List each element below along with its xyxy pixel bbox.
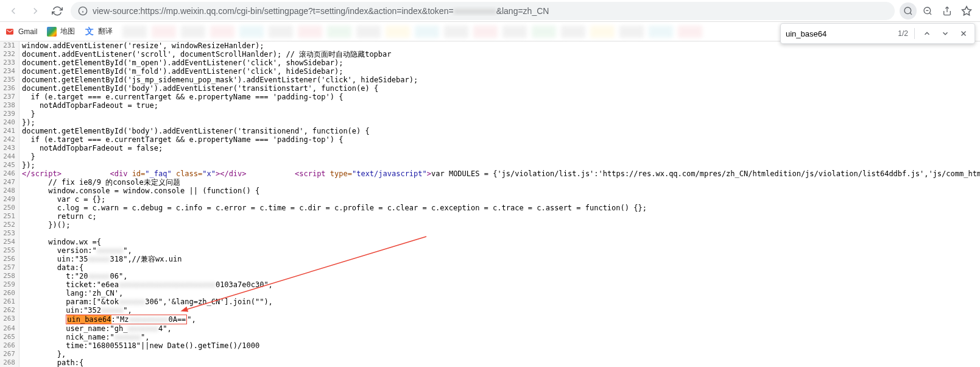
find-next-button[interactable] [939, 27, 951, 40]
line-content: data:{ [19, 263, 83, 272]
line-number: 250 [0, 204, 19, 212]
source-line: 258 t:"20xxxxx06", [0, 272, 980, 280]
line-content: document.getElementById('js_mp_sidemenu_… [19, 76, 418, 84]
line-content: window.console = window.console || (func… [19, 187, 259, 195]
line-content: notAddTopbarFadeout = true; [19, 101, 158, 110]
line-content: return c; [19, 212, 97, 221]
line-content: window.addEventListener('resize', window… [19, 41, 264, 50]
line-content: c.log = c.warn = c.debug = c.info = c.er… [19, 204, 647, 212]
line-number: 234 [0, 67, 19, 76]
source-line: 255 version:"xxxxxx", [0, 246, 980, 255]
line-content: nick_name:"xxxxxx", [19, 333, 150, 341]
bookmark-map[interactable]: 地图 [47, 26, 75, 37]
source-line: 232document.addEventListener('scroll', d… [0, 50, 980, 59]
line-number: 257 [0, 263, 19, 272]
line-number: 249 [0, 195, 19, 204]
line-content: if (e.target === e.currentTarget && e.pr… [19, 93, 343, 101]
bookmark-label: 翻译 [98, 26, 113, 37]
line-number: 264 [0, 324, 19, 333]
line-number: 255 [0, 246, 19, 255]
line-number: 260 [0, 289, 19, 298]
line-number: 261 [0, 298, 19, 306]
line-content: </script​> <div id="_faq" class="x"></di… [19, 169, 980, 178]
line-number: 267 [0, 350, 19, 358]
source-line: 252 })(); [0, 221, 980, 229]
source-line: 261 param:["&tokxxxxxx306",'&lang=zh_CN'… [0, 298, 980, 306]
line-content: document.getElementById('body').addEvent… [19, 127, 370, 135]
source-line: 259 ticket:"e6eaxxxxxxxxxxxxxxxxxxxxxx01… [0, 280, 980, 289]
line-number: 239 [0, 110, 19, 118]
reload-button[interactable] [49, 2, 66, 20]
line-content: document.getElementById('m_open').addEve… [19, 59, 343, 67]
bookmark-label: Gmail [18, 27, 37, 36]
find-close-button[interactable] [957, 27, 970, 40]
back-button[interactable] [5, 2, 22, 20]
line-content: time:"1680055118"||new Date().getTime()/… [19, 341, 259, 350]
line-content: path:{ [19, 358, 83, 367]
bookmarks-bar: Gmail 地图 文 翻译 1/2 [0, 22, 980, 41]
svg-marker-8 [962, 6, 971, 15]
forward-button[interactable] [27, 2, 44, 20]
share-icon[interactable] [939, 2, 956, 20]
line-content: user_name:"gh_xxxxxxx4", [19, 324, 172, 333]
source-line: 233document.getElementById('m_open').add… [0, 59, 980, 67]
line-number: 241 [0, 127, 19, 135]
find-prev-button[interactable] [921, 27, 933, 40]
line-number: 235 [0, 76, 19, 84]
star-icon[interactable] [958, 2, 975, 20]
translate-icon: 文 [85, 27, 94, 37]
line-content: version:"xxxxxx", [19, 246, 132, 255]
url-bar[interactable]: view-source:https://mp.weixin.qq.com/cgi… [71, 2, 895, 20]
find-input[interactable] [786, 29, 892, 38]
source-line: 265 nick_name:"xxxxxx", [0, 333, 980, 341]
url-text: view-source:https://mp.weixin.qq.com/cgi… [93, 6, 887, 16]
line-content: uin:"35xxxxx318",//兼容wx.uin [19, 255, 182, 263]
bookmark-translate[interactable]: 文 翻译 [85, 26, 113, 37]
source-line: 249 var c = {}; [0, 195, 980, 204]
line-content: lang:'zh_CN', [19, 289, 123, 298]
line-content: param:["&tokxxxxxx306",'&lang=zh_CN'].jo… [19, 298, 273, 306]
source-line: 257 data:{ [0, 263, 980, 272]
line-content: // fix ie8/9 的console未定义问题 [19, 178, 180, 187]
source-line: 240}); [0, 118, 980, 127]
line-number: 254 [0, 238, 19, 246]
zoom-indicator[interactable] [900, 2, 917, 20]
find-count: 1/2 [898, 29, 908, 38]
line-number: 231 [0, 41, 19, 50]
line-number: 253 [0, 229, 19, 238]
bookmark-gmail[interactable]: Gmail [5, 27, 37, 37]
line-number: 246 [0, 169, 19, 178]
source-line: 238 notAddTopbarFadeout = true; [0, 101, 980, 110]
source-line: 254 window.wx ={ [0, 238, 980, 246]
source-line: 250 c.log = c.warn = c.debug = c.info = … [0, 204, 980, 212]
info-icon [78, 6, 88, 16]
find-bar: 1/2 [780, 23, 975, 44]
line-content: } [19, 110, 35, 118]
source-line: 244 } [0, 152, 980, 161]
line-content: uin_base64:"Mzxxxxxxxxx0A==", [19, 315, 196, 324]
line-content: } [19, 152, 35, 161]
line-number: 248 [0, 187, 19, 195]
map-icon [47, 27, 57, 37]
line-content: t:"20xxxxx06", [19, 272, 127, 280]
line-content: window.wx ={ [19, 238, 101, 246]
source-line: 237 if (e.target === e.currentTarget && … [0, 93, 980, 101]
line-number: 258 [0, 272, 19, 280]
line-number: 238 [0, 101, 19, 110]
divider [914, 28, 915, 39]
zoom-out-icon[interactable] [919, 2, 936, 20]
line-number: 232 [0, 50, 19, 59]
line-number: 259 [0, 280, 19, 289]
line-number: 263 [0, 315, 19, 324]
source-view[interactable]: 231window.addEventListener('resize', win… [0, 41, 980, 367]
gmail-icon [5, 27, 15, 37]
line-number: 236 [0, 84, 19, 93]
search-highlight: uin_base64 [67, 315, 111, 324]
source-line: 264 user_name:"gh_xxxxxxx4", [0, 324, 980, 333]
bookmark-label: 地图 [60, 26, 75, 37]
line-content: })(); [19, 221, 70, 229]
line-content: }); [19, 161, 35, 169]
line-number: 245 [0, 161, 19, 169]
source-line: 241document.getElementById('body').addEv… [0, 127, 980, 135]
line-content: document.addEventListener('scroll', docu… [19, 50, 392, 59]
